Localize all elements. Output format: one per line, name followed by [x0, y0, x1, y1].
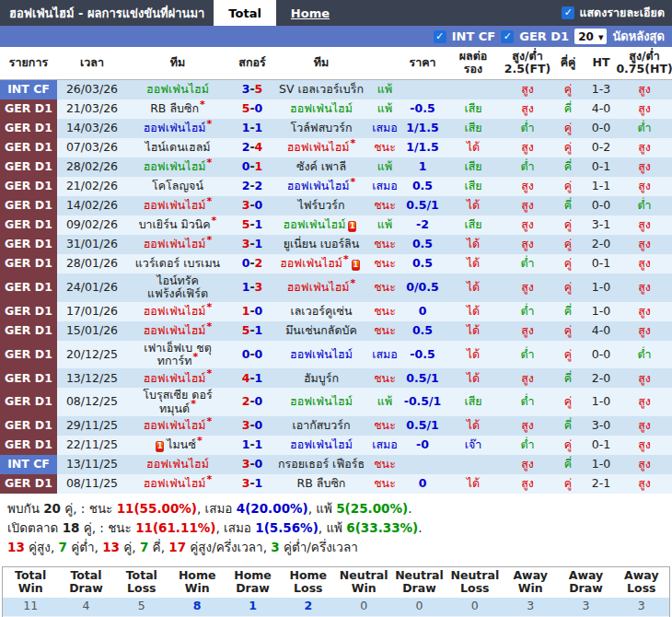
- home-goals: 1: [242, 281, 250, 294]
- result-text: แพ้: [377, 160, 392, 173]
- result-text: ชนะ: [374, 372, 396, 385]
- odd-even-cell: คู่: [550, 254, 585, 274]
- column-header: ทีม: [276, 56, 366, 69]
- over-under-ft-cell: สูง: [504, 80, 550, 99]
- over-under-ht-cell: สูง: [617, 254, 672, 274]
- match-date: 24/01/26: [57, 274, 127, 302]
- league-badge: GER D1: [0, 119, 57, 138]
- over-under-ht-cell: สูง: [617, 368, 672, 388]
- summary-segment: 6(33.33%): [346, 520, 418, 535]
- stats-header: Total Loss: [114, 567, 169, 598]
- column-header: คี่คู่: [550, 56, 585, 69]
- tab-home[interactable]: Home: [276, 0, 344, 26]
- handicap-cell: 0: [403, 302, 442, 321]
- home-team-cell: ฮอฟเฟ่นไฮม์*: [127, 157, 228, 177]
- team-name: RB ลืบซิก: [150, 101, 199, 115]
- match-row: GER D117/01/26ฮอฟเฟ่นไฮม์*1-0เลเวอร์คูเซ…: [0, 302, 672, 321]
- team-name: ไมนซ์: [167, 437, 196, 451]
- away-team-cell: ไฟร์บวร์ก: [276, 196, 366, 215]
- away-team: ฮอฟเฟ่นไฮม์*: [287, 281, 356, 294]
- home-star-icon: *: [351, 277, 356, 289]
- result-cell: เสมอ: [366, 436, 403, 455]
- match-date: 28/02/26: [57, 157, 127, 177]
- match-date: 28/01/26: [57, 254, 127, 274]
- away-goals: 4: [255, 141, 263, 154]
- match-score: 3-0: [228, 416, 276, 436]
- handicap-cell: 0.5/1: [403, 368, 442, 388]
- result-text: เสมอ: [372, 438, 398, 451]
- match-score: 0-2: [228, 254, 276, 274]
- away-team-cell: ฮอฟเฟ่นไฮม์: [276, 388, 366, 416]
- summary-segment: พบกัน: [7, 501, 43, 516]
- match-date: 14/03/26: [57, 119, 127, 138]
- match-score: 1-1: [228, 436, 276, 455]
- stats-header: Neutral Draw: [391, 567, 446, 598]
- match-count-suffix-label: นัดหลังสุด: [612, 27, 665, 46]
- away-team-cell: ฮอฟเฟ่นไฮม์: [276, 341, 366, 369]
- red-card-icon: 1: [352, 260, 360, 271]
- team-name: ฮอฟเฟ่นไฮม์: [287, 280, 350, 294]
- summary-line: 13 คู่สูง, 7 คู่ต่ำ, 13 คู่, 7 คี่, 17 ค…: [7, 538, 665, 557]
- stats-value: 5: [114, 598, 169, 616]
- away-goals: 1: [255, 218, 263, 231]
- handicap-result-cell: ได้: [442, 416, 504, 436]
- away-team: เลเวอร์คูเซ่น: [290, 305, 352, 318]
- handicap-cell: [403, 80, 442, 99]
- away-team: โวล์ฟสบวร์ก: [290, 122, 352, 134]
- stats-header: Away Loss: [614, 567, 669, 598]
- result-text: ชนะ: [374, 141, 396, 154]
- away-team-cell: ฮอฟเฟ่นไฮม์*: [276, 138, 366, 157]
- match-row: GER D122/11/251ไมนซ์*1-1ฮอฟเฟ่นไฮม์เสมอ-…: [0, 436, 672, 455]
- ht-score-cell: 0-2: [585, 138, 617, 157]
- away-goals: 0: [255, 395, 263, 408]
- match-count-select[interactable]: 20: [574, 29, 607, 44]
- home-team-cell: แวร์เดอร์ เบรเมน: [127, 254, 228, 274]
- summary-segment: 20: [43, 501, 61, 516]
- away-team: ฮอฟเฟ่นไฮม์: [290, 102, 353, 115]
- team-name: ฮอฟเฟ่นไฮม์: [144, 476, 206, 490]
- ger-d1-checkbox[interactable]: [501, 30, 514, 43]
- stats-value: 1: [225, 598, 280, 616]
- show-details-label: แสดงรายละเอียด: [579, 4, 665, 22]
- away-goals: 1: [255, 238, 263, 250]
- handicap-cell: -0.5: [403, 99, 442, 119]
- result-text: ชนะ: [374, 419, 396, 432]
- match-date: 13/12/25: [57, 368, 127, 388]
- home-team: ฮอฟเฟ่นไฮม์*: [144, 160, 213, 173]
- stats-value: 8: [169, 598, 225, 616]
- column-header: สกอร์: [228, 56, 276, 69]
- tab-total[interactable]: Total: [214, 0, 276, 26]
- home-star-icon: *: [351, 137, 356, 149]
- handicap-result-cell: ได้: [442, 196, 504, 215]
- stats-header: Neutral Win: [336, 567, 391, 598]
- tab-bar: Total Home: [214, 0, 344, 26]
- result-text: แพ้: [377, 102, 392, 115]
- ht-score-cell: 2-0: [585, 235, 617, 254]
- away-team: ฮอฟเฟ่นไฮม์: [290, 395, 353, 408]
- handicap-result-cell: เจ๊า: [442, 436, 504, 455]
- match-date: 07/03/26: [57, 138, 127, 157]
- home-goals: 3: [242, 83, 250, 96]
- away-goals: 1: [255, 438, 263, 451]
- summary-segment: คู่, : ชนะ: [79, 520, 135, 535]
- match-row: GER D113/12/25ฮอฟเฟ่นไฮม์*4-1ฮัมบูร์กชนะ…: [0, 368, 672, 388]
- over-under-ft-cell: ต่ำ: [504, 254, 550, 274]
- over-under-ft-cell: สูง: [504, 368, 550, 388]
- summary-segment: เปิดตลาด: [7, 520, 63, 535]
- int-cf-checkbox[interactable]: [434, 30, 446, 43]
- home-team: ฮอฟเฟ่นไฮม์: [146, 83, 209, 96]
- team-name: เอากัสบวร์ก: [292, 418, 350, 432]
- result-text: เสมอ: [372, 180, 398, 192]
- away-team: เอากัสบวร์ก: [292, 419, 350, 432]
- handicap-cell: 1: [403, 157, 442, 177]
- home-team: ไอน์ทรัค แฟร้งค์เฟิร์ต: [127, 274, 228, 301]
- home-goals: 5: [242, 218, 250, 231]
- league-badge: GER D1: [0, 368, 57, 388]
- result-cell: ชนะ: [366, 235, 403, 254]
- away-team-cell: เลเวอร์คูเซ่น: [276, 302, 366, 321]
- show-details-checkbox[interactable]: [562, 6, 574, 19]
- match-row: GER D121/03/26RB ลืบซิก*5-0ฮอฟเฟ่นไฮม์แพ…: [0, 99, 672, 119]
- home-team-cell: 1ไมนซ์*: [127, 436, 228, 455]
- league-badge: GER D1: [0, 215, 57, 235]
- home-team: ฮอฟเฟ่นไฮม์*: [144, 372, 213, 385]
